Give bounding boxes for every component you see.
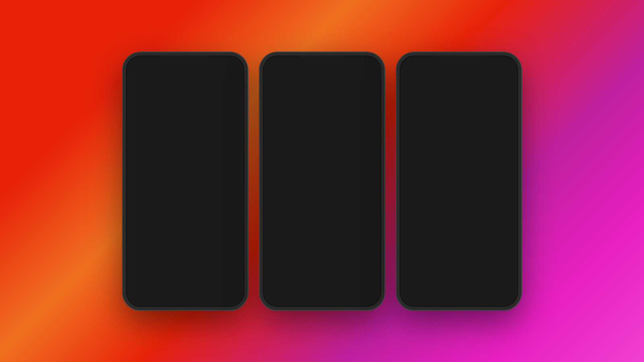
grid-bg-3 xyxy=(342,236,381,272)
follower-1[interactable]: kenzoere xyxy=(433,128,454,134)
following-label: Following xyxy=(490,104,508,109)
grid-item-2[interactable] xyxy=(303,236,342,272)
nav-likes-3[interactable]: ♡ xyxy=(479,249,487,259)
dropdown-button[interactable]: ▾ xyxy=(500,138,512,151)
caption-input[interactable] xyxy=(167,102,239,143)
grid-item-1[interactable] xyxy=(263,236,302,272)
phone-share-to-reels: 9:41 ▐▐▐ WiFi ▓ ‹ Share to Reels Story xyxy=(123,52,248,310)
nav-home-3[interactable]: 🏠 xyxy=(407,249,417,259)
also-share-row[interactable]: Also Share to Feed ✓ xyxy=(131,177,239,197)
battery-icon: ▓ xyxy=(233,61,236,66)
reels-main-video[interactable]: ▶ Reels xyxy=(263,99,381,236)
follow-button[interactable]: Follow xyxy=(406,138,450,151)
face-1 xyxy=(131,102,147,122)
share-header: ‹ Share to xyxy=(126,68,244,82)
nav-search-3[interactable]: 🔍 xyxy=(431,249,442,259)
nav-profile-3[interactable]: 👤 xyxy=(500,249,511,259)
back-button[interactable]: ‹ xyxy=(132,71,135,79)
search-placeholder: Search xyxy=(281,74,298,81)
views-count-2: 37.3K xyxy=(446,202,457,207)
phone-screen-3: 9:41 ▐▐▐ WiFi ▓ ‹ trevorbell ⋯ 🧑 1,081 P… xyxy=(400,56,518,307)
follower-2[interactable]: eloears xyxy=(465,128,482,134)
shop-label: Shop xyxy=(308,88,320,94)
grid-bg-6 xyxy=(342,273,381,307)
play-icon-3: ▶ xyxy=(481,202,484,206)
category-comics[interactable]: 💬 Comics xyxy=(357,86,381,96)
media-row: Cover xyxy=(131,102,239,143)
share-content: Cover ▶ Share to Reels in Explore Your r… xyxy=(126,97,244,202)
signal-icon: ▐▐▐ xyxy=(211,61,220,66)
grid-item-6[interactable] xyxy=(342,273,381,307)
status-bar-2: 9:41 ▐▐▐ WiFi ▓ xyxy=(263,56,381,68)
stat-posts: 1,081 Posts xyxy=(442,95,458,110)
profile-header-bar: ‹ trevorbell ⋯ xyxy=(400,68,518,84)
profile-cell-4[interactable] xyxy=(400,209,439,244)
message-button[interactable]: Message xyxy=(453,138,497,151)
cover-thumbnail[interactable]: Cover xyxy=(131,102,163,143)
cell-views-2: ▶ 37.3K xyxy=(442,202,457,207)
home-indicator-1 xyxy=(126,237,244,245)
stat-followers: 226k Followers xyxy=(464,95,483,110)
profile-tabs: ⊞ ▶ 📺 👤 xyxy=(400,155,518,173)
profile-avatar[interactable]: 🧑 xyxy=(406,88,435,117)
grid-bg-2 xyxy=(303,236,342,272)
bottom-nav-3: 🏠 🔍 ➕ ♡ 👤 xyxy=(400,244,518,263)
posts-label: Posts xyxy=(445,104,456,109)
also-share-check[interactable]: ✓ xyxy=(230,182,239,192)
category-shop[interactable]: 🛍 Shop xyxy=(298,86,324,96)
cover-label: Cover xyxy=(131,136,163,143)
face-2 xyxy=(147,102,163,122)
tab-reels-profile[interactable]: ▶ xyxy=(429,155,459,172)
more-options-button[interactable]: ⋯ xyxy=(504,72,512,81)
grid-bg-1 xyxy=(263,236,302,272)
profile-back-button[interactable]: ‹ xyxy=(406,72,409,80)
share-tabs: Reels Story xyxy=(126,82,244,97)
grid-item-4[interactable] xyxy=(263,273,302,307)
profile-username: trevorbell xyxy=(443,72,470,79)
grid-bg-5 xyxy=(303,273,342,307)
profile-cell-3[interactable]: ▶ 45K xyxy=(479,173,518,208)
person-hair xyxy=(308,111,336,128)
play-icon-2: ▶ xyxy=(442,202,445,206)
status-icons-1: ▐▐▐ WiFi ▓ xyxy=(211,61,236,66)
profile-cell-1[interactable]: ▶ 30.2K xyxy=(400,173,439,208)
share-button[interactable]: Share xyxy=(131,207,239,222)
explore-categories: 📺 IGTV 🛍 Shop ✨ Style 💬 Comics 🎬 TV & Mo… xyxy=(263,86,381,99)
reels-option-icon: ▶ xyxy=(131,153,144,166)
person-silhouette xyxy=(286,107,358,236)
profile-cell-5[interactable] xyxy=(440,209,479,244)
grid-item-3[interactable] xyxy=(342,236,381,272)
style-icon: ✨ xyxy=(331,88,337,94)
comics-icon: 💬 xyxy=(361,88,367,94)
wifi-icon: WiFi xyxy=(222,61,231,66)
tab-story[interactable]: Story xyxy=(185,82,244,97)
category-style[interactable]: ✨ Style xyxy=(327,86,353,96)
home-bar-3 xyxy=(443,266,475,267)
tab-grid[interactable]: ⊞ xyxy=(400,155,429,172)
grid-bg-4 xyxy=(263,273,302,307)
nav-add-3[interactable]: ➕ xyxy=(455,249,466,259)
grid-item-5[interactable] xyxy=(303,273,342,307)
reels-label-text: Reels xyxy=(280,224,294,230)
profile-info-row: 🧑 1,081 Posts 226k Followers 2,943 Follo… xyxy=(400,84,518,121)
profile-actions: Follow Message ▾ xyxy=(400,138,518,155)
play-icon-1: ▶ xyxy=(402,202,405,206)
profile-cell-2[interactable]: ▶ 37.3K xyxy=(440,173,479,208)
profile-cell-6[interactable] xyxy=(479,209,518,244)
profile-stats: 1,081 Posts 226k Followers 2,943 Followi… xyxy=(439,95,512,110)
tab-reels[interactable]: Reels xyxy=(126,82,185,97)
reels-badge: ▶ Reels xyxy=(268,222,294,232)
tab-tv[interactable]: 📺 xyxy=(459,155,489,172)
save-draft-button[interactable]: Save as Draft xyxy=(131,226,239,232)
reels-option-desc: Your reel may appear in Explore and can … xyxy=(148,161,239,173)
battery-icon-3: ▓ xyxy=(507,61,510,66)
signal-icon-2: ▐▐▐ xyxy=(348,61,357,66)
also-share-label: Also Share to Feed xyxy=(131,184,175,190)
status-bar-1: 9:41 ▐▐▐ WiFi ▓ xyxy=(126,56,244,68)
category-igtv[interactable]: 📺 IGTV xyxy=(268,86,295,96)
status-time-3: 9:41 xyxy=(408,60,417,66)
profile-grid: ▶ 30.2K ▶ 37.3K ▶ 45K xyxy=(400,173,518,244)
shop-icon: 🛍 xyxy=(302,88,307,94)
search-bar[interactable]: 🔍 Search xyxy=(268,72,376,83)
tab-tagged[interactable]: 👤 xyxy=(489,155,518,172)
